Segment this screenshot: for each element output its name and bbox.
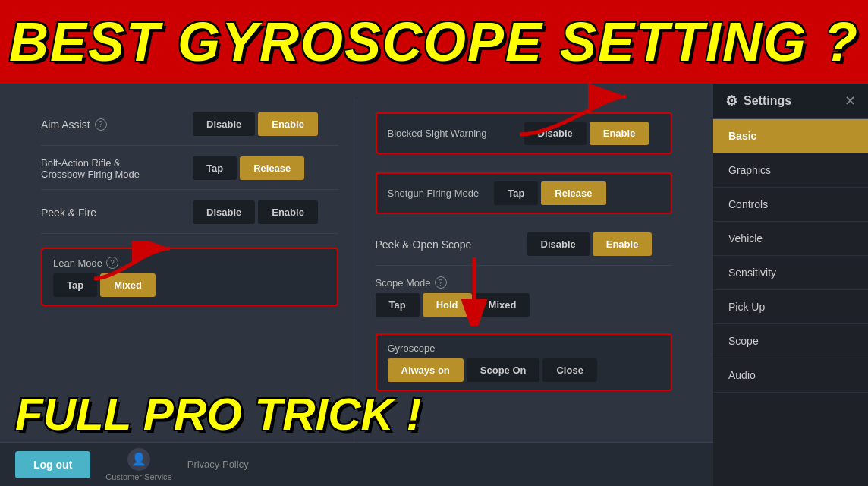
peek-scope-enable-btn[interactable]: Enable xyxy=(593,232,653,256)
gyroscope-alwayson-btn[interactable]: Always on xyxy=(388,358,464,382)
sidebar-item-sensitivity[interactable]: Sensitivity xyxy=(713,256,868,290)
shotgun-buttons: Tap Release xyxy=(494,181,605,205)
customer-service-button[interactable]: 👤 Customer Service xyxy=(105,448,171,481)
scope-mode-label: Scope Mode ? xyxy=(376,276,673,289)
aim-assist-row: Aim Assist ? Disable Enable xyxy=(41,112,338,146)
aim-assist-disable-btn[interactable]: Disable xyxy=(193,112,255,136)
peek-fire-enable-btn[interactable]: Enable xyxy=(258,200,318,224)
peek-fire-row: Peek & Fire Disable Enable xyxy=(41,200,338,234)
sidebar-item-basic[interactable]: Basic xyxy=(713,119,868,153)
logout-button[interactable]: Log out xyxy=(15,451,90,478)
bottom-text: FULL PRO TRICK ! xyxy=(15,388,422,440)
gyroscope-label: Gyroscope xyxy=(388,342,661,354)
sidebar-item-controls[interactable]: Controls xyxy=(713,188,868,222)
aim-assist-enable-btn[interactable]: Enable xyxy=(258,112,318,136)
bottom-overlay: FULL PRO TRICK ! xyxy=(15,388,422,440)
bolt-action-buttons: Tap Release xyxy=(193,156,304,180)
bolt-action-label: Bolt-Action Rifle &Crossbow Firing Mode xyxy=(41,157,178,180)
peek-fire-buttons: Disable Enable xyxy=(193,200,318,224)
bolt-action-row: Bolt-Action Rifle &Crossbow Firing Mode … xyxy=(41,156,338,190)
shotgun-release-btn[interactable]: Release xyxy=(541,181,605,205)
bolt-action-tap-btn[interactable]: Tap xyxy=(193,156,237,180)
scope-mode-row: Scope Mode ? Tap Hold Mixed xyxy=(376,276,673,321)
bolt-action-release-btn[interactable]: Release xyxy=(240,156,304,180)
customer-service-label: Customer Service xyxy=(105,472,171,481)
customer-service-icon: 👤 xyxy=(127,448,150,471)
aim-assist-help-icon: ? xyxy=(95,118,107,131)
peek-fire-label: Peek & Fire xyxy=(41,207,178,219)
peek-scope-row: Peek & Open Scope Disable Enable xyxy=(376,225,673,266)
top-banner: BEST GYROSCOPE SETTING ? xyxy=(0,0,868,84)
gyroscope-buttons: Always on Scope On Close xyxy=(388,358,661,382)
scope-mode-tap-btn[interactable]: Tap xyxy=(376,293,420,317)
sidebar-item-audio[interactable]: Audio xyxy=(713,358,868,393)
aim-assist-buttons: Disable Enable xyxy=(193,112,318,136)
gear-icon: ⚙ xyxy=(725,93,737,109)
sidebar-item-pickup[interactable]: Pick Up xyxy=(713,290,868,324)
aim-assist-label: Aim Assist ? xyxy=(41,118,178,131)
gyroscope-box: Gyroscope Always on Scope On Close xyxy=(376,333,673,391)
sidebar-close-button[interactable]: ✕ xyxy=(844,93,856,109)
shotgun-label: Shotgun Firing Mode xyxy=(388,188,480,199)
sidebar-header: ⚙ Settings ✕ xyxy=(713,84,868,119)
sidebar-items: Basic Graphics Controls Vehicle Sensitiv… xyxy=(713,119,868,393)
sidebar-item-vehicle[interactable]: Vehicle xyxy=(713,222,868,256)
peek-scope-label: Peek & Open Scope xyxy=(376,238,512,251)
right-sidebar: ⚙ Settings ✕ Basic Graphics Controls Veh… xyxy=(713,84,868,486)
scope-mode-buttons: Tap Hold Mixed xyxy=(376,293,673,317)
peek-scope-disable-btn[interactable]: Disable xyxy=(527,232,590,256)
sidebar-item-graphics[interactable]: Graphics xyxy=(713,153,868,188)
shotgun-box: Shotgun Firing Mode Tap Release xyxy=(376,172,673,214)
lean-mode-box: Lean Mode ? Tap Mixed xyxy=(41,248,338,306)
peek-fire-disable-btn[interactable]: Disable xyxy=(193,200,255,224)
sidebar-title: ⚙ Settings xyxy=(725,93,791,109)
sidebar-item-scope[interactable]: Scope xyxy=(713,324,868,358)
bottom-bar: Log out 👤 Customer Service Privacy Polic… xyxy=(0,442,713,486)
gyroscope-scopeon-btn[interactable]: Scope On xyxy=(467,358,540,382)
shotgun-tap-btn[interactable]: Tap xyxy=(494,181,538,205)
gyroscope-close-btn[interactable]: Close xyxy=(542,358,596,382)
blocked-sight-label: Blocked Sight Warning xyxy=(388,128,509,139)
privacy-policy-link[interactable]: Privacy Policy xyxy=(187,459,249,470)
peek-scope-buttons: Disable Enable xyxy=(527,232,653,256)
banner-title: BEST GYROSCOPE SETTING ? xyxy=(9,11,859,73)
